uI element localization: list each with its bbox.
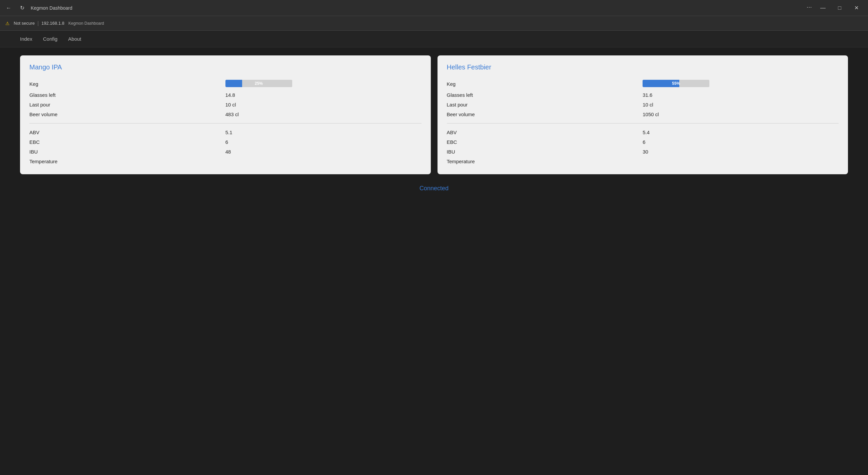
- table-row: IBU 30: [447, 147, 839, 157]
- nav-index[interactable]: Index: [20, 35, 32, 43]
- table-row: Temperature: [447, 157, 839, 166]
- table-row: Glasses left 14.8: [29, 90, 422, 100]
- address-bar: ⚠ Not secure | 192.168.1.8 Kegmon Dashbo…: [0, 16, 868, 31]
- temperature-label: Temperature: [29, 157, 225, 166]
- table-row: ABV 5.1: [29, 128, 422, 137]
- more-icon: ⋯: [807, 4, 812, 10]
- keg-progress-cell: 25%: [225, 78, 422, 90]
- browser-title: Kegmon Dashboard: [31, 5, 801, 11]
- title-bar: ← ↻ Kegmon Dashboard ⋯ — □ ✕: [0, 0, 868, 16]
- last-pour-value: 10 cl: [225, 100, 422, 109]
- glasses-left-value: 31.6: [643, 90, 839, 100]
- abv-value: 5.4: [643, 128, 839, 137]
- keg-progress-fill: [225, 80, 242, 87]
- keg-progress-bar: 55%: [643, 80, 709, 87]
- keg-label: Keg: [447, 78, 643, 90]
- close-button[interactable]: ✕: [849, 3, 864, 13]
- glasses-left-label: Glasses left: [447, 90, 643, 100]
- connected-status: Connected: [20, 182, 848, 195]
- keg-progress-bar: 25%: [225, 80, 292, 87]
- table-row: Beer volume 483 cl: [29, 109, 422, 119]
- beer-volume-value: 1050 cl: [643, 109, 839, 119]
- mango-ipa-title: Mango IPA: [29, 63, 422, 71]
- table-row: EBC 6: [29, 137, 422, 147]
- temperature-label: Temperature: [447, 157, 643, 166]
- back-button[interactable]: ←: [4, 3, 13, 13]
- ibu-label: IBU: [29, 147, 225, 157]
- refresh-button[interactable]: ↻: [18, 3, 27, 13]
- ebc-label: EBC: [29, 137, 225, 147]
- divider: [29, 123, 422, 124]
- divider: [447, 123, 839, 124]
- beer-volume-value: 483 cl: [225, 109, 422, 119]
- back-icon: ←: [6, 5, 11, 11]
- more-button[interactable]: ⋯: [805, 3, 814, 12]
- helles-festbier-title: Helles Festbier: [447, 63, 839, 71]
- mango-ipa-card: Mango IPA Keg 25% Glasses le: [20, 55, 431, 174]
- last-pour-label: Last pour: [447, 100, 643, 109]
- window-controls: ⋯ — □ ✕: [805, 3, 864, 13]
- maximize-icon: □: [838, 5, 841, 11]
- refresh-icon: ↻: [20, 5, 24, 11]
- keg-progress-cell: 55%: [643, 78, 839, 90]
- nav-config[interactable]: Config: [43, 35, 57, 43]
- keg-label: Keg: [29, 78, 225, 90]
- keg-progress-fill: [643, 80, 679, 87]
- abv-label: ABV: [447, 128, 643, 137]
- table-row: ABV 5.4: [447, 128, 839, 137]
- ebc-value: 6: [225, 137, 422, 147]
- temperature-value: [225, 157, 422, 166]
- glasses-left-value: 14.8: [225, 90, 422, 100]
- table-row: Glasses left 31.6: [447, 90, 839, 100]
- minimize-icon: —: [820, 5, 826, 11]
- glasses-left-label: Glasses left: [29, 90, 225, 100]
- divider-row: [29, 119, 422, 128]
- divider-row: [447, 119, 839, 128]
- main-content: Mango IPA Keg 25% Glasses le: [0, 48, 868, 475]
- beer-volume-label: Beer volume: [29, 109, 225, 119]
- mango-ipa-table: Keg 25% Glasses left 14.8: [29, 78, 422, 166]
- nav-about[interactable]: About: [68, 35, 81, 43]
- table-row: IBU 48: [29, 147, 422, 157]
- beer-volume-label: Beer volume: [447, 109, 643, 119]
- table-row: Keg 55%: [447, 78, 839, 90]
- ebc-value: 6: [643, 137, 839, 147]
- address-info: Not secure | 192.168.1.8: [14, 20, 64, 26]
- not-secure-label: Not secure: [14, 21, 35, 26]
- address-url: 192.168.1.8: [41, 21, 64, 26]
- table-row: Temperature: [29, 157, 422, 166]
- abv-label: ABV: [29, 128, 225, 137]
- helles-festbier-table: Keg 55% Glasses left 31.6: [447, 78, 839, 166]
- abv-value: 5.1: [225, 128, 422, 137]
- table-row: EBC 6: [447, 137, 839, 147]
- helles-festbier-card: Helles Festbier Keg 55% Glas: [437, 55, 848, 174]
- table-row: Beer volume 1050 cl: [447, 109, 839, 119]
- nav-bar: Index Config About: [0, 31, 868, 48]
- browser-frame: ← ↻ Kegmon Dashboard ⋯ — □ ✕ ⚠ Not secur…: [0, 0, 868, 475]
- cards-row: Mango IPA Keg 25% Glasses le: [20, 55, 848, 174]
- table-row: Keg 25%: [29, 78, 422, 90]
- ibu-value: 30: [643, 147, 839, 157]
- maximize-button[interactable]: □: [832, 3, 847, 13]
- temperature-value: [643, 157, 839, 166]
- ibu-value: 48: [225, 147, 422, 157]
- table-row: Last pour 10 cl: [29, 100, 422, 109]
- ibu-label: IBU: [447, 147, 643, 157]
- close-icon: ✕: [854, 5, 859, 11]
- address-site-line: Kegmon Dashboard: [68, 21, 104, 26]
- last-pour-label: Last pour: [29, 100, 225, 109]
- ebc-label: EBC: [447, 137, 643, 147]
- last-pour-value: 10 cl: [643, 100, 839, 109]
- warning-icon: ⚠: [5, 21, 10, 26]
- minimize-button[interactable]: —: [815, 3, 831, 13]
- table-row: Last pour 10 cl: [447, 100, 839, 109]
